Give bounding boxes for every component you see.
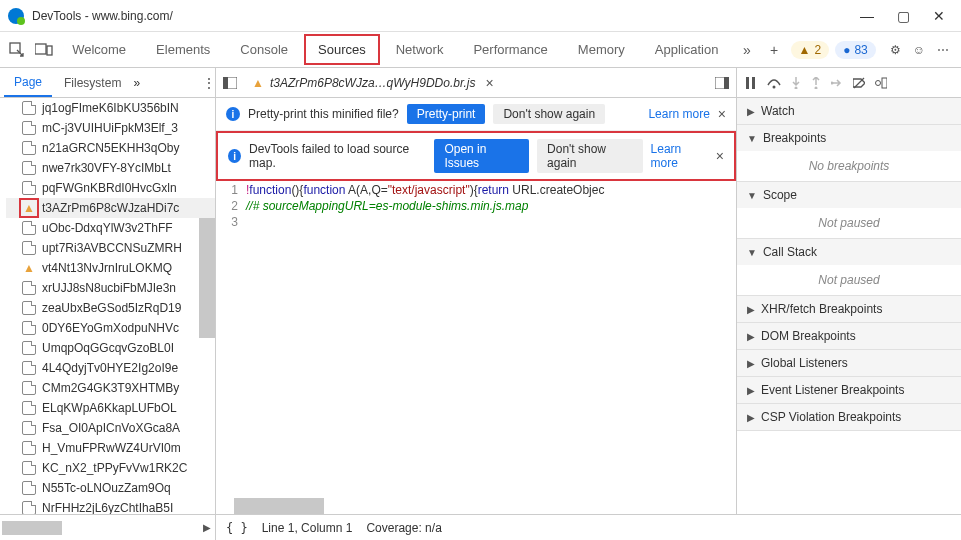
file-item[interactable]: zeaUbxBeGSod5IzRqD19 xyxy=(6,298,215,318)
subtabs-row: Page Filesystem » ⋮ ▲ t3AZrPm6P8cWJza…qW… xyxy=(0,68,961,98)
dont-show-button[interactable]: Don't show again xyxy=(537,139,643,173)
pretty-print-button[interactable]: Pretty-print xyxy=(407,104,486,124)
file-item[interactable]: upt7Ri3AVBCCNSuZMRH xyxy=(6,238,215,258)
maximize-button[interactable]: ▢ xyxy=(897,10,909,22)
navigator-hscroll[interactable]: ▶ xyxy=(0,515,216,540)
file-item[interactable]: n21aGRCN5EKHH3qOby xyxy=(6,138,215,158)
debug-section-header[interactable]: ▶XHR/fetch Breakpoints xyxy=(737,296,961,322)
section-label: Watch xyxy=(761,104,795,118)
file-navigator[interactable]: jq1ogFImeK6IbKU356bINmC-j3VUIHUiFpkM3Elf… xyxy=(0,98,216,514)
file-item[interactable]: CMm2G4GK3T9XHTMBy xyxy=(6,378,215,398)
navigator-more-icon[interactable]: ⋮ xyxy=(203,76,215,90)
file-item[interactable]: KC_nX2_tPPyFvVw1RK2C xyxy=(6,458,215,478)
settings-icon[interactable]: ⚙ xyxy=(890,43,901,57)
add-tab-icon[interactable]: + xyxy=(761,36,786,64)
chevron-down-icon: ▼ xyxy=(747,247,757,258)
minimize-button[interactable]: — xyxy=(861,10,873,22)
file-item[interactable]: 4L4QdyjTv0HYE2Ig2oI9e xyxy=(6,358,215,378)
device-icon[interactable] xyxy=(31,36,56,64)
file-name: CMm2G4GK3T9XHTMBy xyxy=(42,381,179,395)
debugger-panel: ▶Watch▼BreakpointsNo breakpoints▼ScopeNo… xyxy=(737,98,961,514)
deactivate-breakpoints-icon[interactable] xyxy=(853,77,865,89)
file-tab-name: t3AZrPm6P8cWJza…qWyH9DDo.br.js xyxy=(270,76,476,90)
subtab-page[interactable]: Page xyxy=(4,69,52,97)
editor-file-tab[interactable]: ▲ t3AZrPm6P8cWJza…qWyH9DDo.br.js × xyxy=(244,68,502,97)
file-item[interactable]: ▲vt4Nt13NvJrnIruLOKMQ xyxy=(6,258,215,278)
svg-rect-8 xyxy=(752,77,755,89)
tabs-overflow-icon[interactable]: » xyxy=(734,36,759,64)
svg-rect-7 xyxy=(746,77,749,89)
file-item[interactable]: Fsa_OI0ApICnVoXGca8A xyxy=(6,418,215,438)
file-item[interactable]: xrUJJ8sN8ucbiFbMJIe3n xyxy=(6,278,215,298)
navigator-overflow-icon[interactable]: » xyxy=(133,76,140,90)
file-item[interactable]: UmqpOqGGcqvGzoBL0I xyxy=(6,338,215,358)
tab-elements[interactable]: Elements xyxy=(142,34,224,65)
feedback-icon[interactable]: ☺ xyxy=(913,43,925,57)
svg-point-10 xyxy=(795,86,798,89)
step-over-icon[interactable] xyxy=(767,77,781,89)
file-item[interactable]: ELqKWpA6KkapLUFbOL xyxy=(6,398,215,418)
info-badge[interactable]: ●83 xyxy=(835,41,876,59)
chevron-right-icon: ▶ xyxy=(747,358,755,369)
tab-performance[interactable]: Performance xyxy=(459,34,561,65)
learn-more-link[interactable]: Learn more xyxy=(648,107,709,121)
warnings-badge[interactable]: ▲2 xyxy=(791,41,830,59)
close-button[interactable]: ✕ xyxy=(933,10,945,22)
tab-welcome[interactable]: Welcome xyxy=(58,34,140,65)
debug-section-header[interactable]: ▶CSP Violation Breakpoints xyxy=(737,404,961,430)
file-item[interactable]: mC-j3VUIHUiFpkM3Elf_3 xyxy=(6,118,215,138)
close-banner-icon[interactable]: × xyxy=(716,148,724,164)
toggle-navigator-icon[interactable] xyxy=(216,69,244,97)
debug-section-header[interactable]: ▼Call Stack xyxy=(737,239,961,265)
code-editor[interactable]: 123 !function(){function A(A,Q="text/jav… xyxy=(216,181,736,514)
pause-icon[interactable] xyxy=(745,77,757,89)
step-icon[interactable] xyxy=(831,77,843,89)
file-name: 4L4QdyjTv0HYE2Ig2oI9e xyxy=(42,361,178,375)
debug-section-header[interactable]: ▶DOM Breakpoints xyxy=(737,323,961,349)
svg-point-11 xyxy=(815,86,818,89)
close-banner-icon[interactable]: × xyxy=(718,106,726,122)
file-item[interactable]: NrFHHz2jL6yzChtIhaB5I xyxy=(6,498,215,514)
file-icon xyxy=(22,141,36,155)
tab-network[interactable]: Network xyxy=(382,34,458,65)
debug-section-header[interactable]: ▶Global Listeners xyxy=(737,350,961,376)
step-out-icon[interactable] xyxy=(811,77,821,89)
dont-show-button[interactable]: Don't show again xyxy=(493,104,605,124)
pretty-print-toggle[interactable]: { } xyxy=(226,521,248,535)
file-item[interactable]: jq1ogFImeK6IbKU356bIN xyxy=(6,98,215,118)
file-item[interactable]: nwe7rk30VFY-8YcIMbLt xyxy=(6,158,215,178)
section-body: Not paused xyxy=(737,208,961,238)
file-name: n21aGRCN5EKHH3qOby xyxy=(42,141,179,155)
svg-point-14 xyxy=(876,80,881,85)
debug-section-header[interactable]: ▼Breakpoints xyxy=(737,125,961,151)
tab-sources[interactable]: Sources xyxy=(304,34,380,65)
scrollbar-thumb[interactable] xyxy=(199,218,215,338)
step-into-icon[interactable] xyxy=(791,77,801,89)
debug-section-header[interactable]: ▶Watch xyxy=(737,98,961,124)
open-in-issues-button[interactable]: Open in Issues xyxy=(434,139,529,173)
debug-section-header[interactable]: ▶Event Listener Breakpoints xyxy=(737,377,961,403)
file-item[interactable]: uObc-DdxqYlW3v2ThFF xyxy=(6,218,215,238)
pause-on-exceptions-icon[interactable] xyxy=(875,77,887,89)
more-icon[interactable]: ⋯ xyxy=(937,43,949,57)
toggle-debugger-icon[interactable] xyxy=(708,69,736,97)
inspect-icon[interactable] xyxy=(4,36,29,64)
subtab-filesystem[interactable]: Filesystem xyxy=(54,70,131,96)
code-content[interactable]: !function(){function A(A,Q="text/javascr… xyxy=(246,181,604,514)
tab-memory[interactable]: Memory xyxy=(564,34,639,65)
tab-console[interactable]: Console xyxy=(226,34,302,65)
debug-section: ▶CSP Violation Breakpoints xyxy=(737,404,961,431)
tab-application[interactable]: Application xyxy=(641,34,733,65)
warning-icon: ▲ xyxy=(22,201,36,215)
file-item[interactable]: H_VmuFPRwWZ4UrVI0m xyxy=(6,438,215,458)
file-item[interactable]: 0DY6EYoGmXodpuNHVc xyxy=(6,318,215,338)
debug-section-header[interactable]: ▼Scope xyxy=(737,182,961,208)
close-file-icon[interactable]: × xyxy=(485,75,493,91)
learn-more-link[interactable]: Learn more xyxy=(651,142,708,170)
horizontal-scrollbar[interactable] xyxy=(216,498,736,514)
file-item[interactable]: N55Tc-oLNOuzZam9Oq xyxy=(6,478,215,498)
file-item[interactable]: pqFWGnKBRdI0HvcGxln xyxy=(6,178,215,198)
section-label: Breakpoints xyxy=(763,131,826,145)
file-icon xyxy=(22,281,36,295)
file-item[interactable]: ▲t3AZrPm6P8cWJzaHDi7c xyxy=(6,198,215,218)
